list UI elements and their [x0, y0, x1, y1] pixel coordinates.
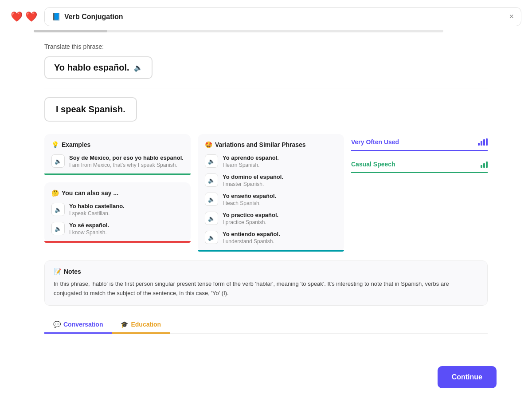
also-say-item-2: 🔈 Yo sé español. I know Spanish.: [51, 222, 184, 236]
variations-label: Variations and Similar Phrases: [215, 141, 306, 148]
also-say-icon: 🤔: [51, 189, 59, 197]
variation-speaker-5[interactable]: 🔈: [205, 231, 218, 244]
answer-text: I speak Spanish.: [56, 104, 125, 114]
book-icon: 📘: [52, 12, 61, 21]
notes-label: Notes: [64, 268, 81, 275]
examples-icon: 💡: [51, 141, 59, 148]
example-spanish-1: Soy de México, por eso yo hablo español.: [69, 154, 184, 161]
education-label: Education: [131, 321, 161, 328]
examples-card: 💡 Examples 🔈 Soy de México, por eso yo h…: [44, 134, 191, 175]
usage-column: Very Often Used Casual Speech: [351, 134, 488, 173]
conversation-label: Conversation: [63, 321, 103, 328]
example-text-1: Soy de México, por eso yo hablo español.…: [69, 154, 184, 168]
bar-3: [486, 162, 488, 168]
hearts-display: ❤️ ❤️: [11, 11, 37, 23]
notes-card: 📝 Notes In this phrase, 'hablo' is the f…: [44, 260, 488, 306]
variation-item-3: 🔈 Yo enseño español. I teach Spanish.: [205, 193, 337, 206]
variation-speaker-4[interactable]: 🔈: [205, 212, 218, 225]
phrase-box: Yo hablo español. 🔈: [44, 56, 153, 79]
casual-speech-label: Casual Speech: [351, 161, 395, 168]
left-column: 💡 Examples 🔈 Soy de México, por eso yo h…: [44, 134, 191, 243]
also-say-speaker-2[interactable]: 🔈: [51, 222, 65, 235]
variation-item-4: 🔈 Yo practico español. I practice Spanis…: [205, 212, 337, 225]
translate-label: Translate this phrase:: [44, 43, 488, 50]
heart-1: ❤️: [11, 11, 23, 23]
also-say-spanish-1: Yo hablo castellano.: [69, 203, 125, 209]
notes-header: 📝 Notes: [54, 268, 478, 275]
close-button[interactable]: ×: [509, 12, 514, 21]
also-say-card: 🤔 You can also say ... 🔈 Yo hablo castel…: [44, 182, 191, 243]
variation-text-1: Yo aprendo español. I learn Spanish.: [223, 154, 279, 168]
tab-education[interactable]: 🎓 Education: [112, 316, 170, 334]
conversation-icon: 💬: [53, 321, 61, 328]
notes-text: In this phrase, 'hablo' is the first per…: [54, 280, 478, 298]
bar-1: [481, 165, 482, 168]
also-say-header: 🤔 You can also say ...: [51, 189, 184, 197]
example-item-1: 🔈 Soy de México, por eso yo hablo españo…: [51, 154, 184, 168]
example-english-1: I am from Mexico, that's why I speak Spa…: [69, 162, 184, 168]
examples-header: 💡 Examples: [51, 141, 184, 148]
also-say-text-1: Yo hablo castellano. I speak Castilian.: [69, 203, 125, 217]
header: ❤️ ❤️ 📘 Verb Conjugation ×: [0, 0, 532, 26]
variation-item-1: 🔈 Yo aprendo español. I learn Spanish.: [205, 154, 337, 168]
variation-text-5: Yo entiendo español. I understand Spanis…: [223, 231, 280, 244]
continue-button[interactable]: Continue: [438, 366, 497, 388]
examples-label: Examples: [62, 141, 90, 148]
also-say-speaker-1[interactable]: 🔈: [51, 203, 65, 216]
variation-speaker-1[interactable]: 🔈: [205, 154, 218, 168]
cards-row: 💡 Examples 🔈 Soy de México, por eso yo h…: [44, 134, 488, 252]
example-speaker-1[interactable]: 🔈: [51, 154, 65, 168]
phrase-text: Yo hablo español.: [54, 63, 129, 73]
modal-title: 📘 Verb Conjugation: [52, 12, 123, 21]
also-say-item-1: 🔈 Yo hablo castellano. I speak Castilian…: [51, 203, 184, 217]
variation-speaker-3[interactable]: 🔈: [205, 193, 218, 206]
casual-bars: [481, 161, 488, 168]
tab-conversation[interactable]: 💬 Conversation: [44, 316, 112, 334]
examples-bar: [44, 173, 191, 175]
divider: [44, 88, 488, 88]
casual-speech-badge: Casual Speech: [351, 156, 488, 173]
also-say-label: You can also say ...: [62, 189, 118, 197]
also-say-bar: [44, 241, 191, 243]
variation-item-5: 🔈 Yo entiendo español. I understand Span…: [205, 231, 337, 244]
phrase-speaker-button[interactable]: 🔈: [134, 63, 143, 72]
variation-text-4: Yo practico español. I practice Spanish.: [223, 212, 278, 225]
bar-2: [483, 163, 485, 168]
very-often-used-label: Very Often Used: [351, 138, 399, 146]
variations-bar: [198, 250, 344, 252]
variation-item-2: 🔈 Yo domino el español. I master Spanish…: [205, 173, 337, 187]
modal-title-bar: 📘 Verb Conjugation ×: [44, 7, 521, 26]
variation-speaker-2[interactable]: 🔈: [205, 173, 218, 187]
variations-header: 🤩 Variations and Similar Phrases: [205, 141, 337, 148]
also-say-english-1: I speak Castilian.: [69, 210, 125, 217]
bottom-tabs: 💬 Conversation 🎓 Education: [44, 316, 488, 334]
answer-box: I speak Spanish.: [44, 97, 137, 122]
variation-text-3: Yo enseño español. I teach Spanish.: [223, 193, 276, 206]
bar-2: [481, 141, 482, 146]
variations-icon: 🤩: [205, 141, 212, 148]
main-content: Translate this phrase: Yo hablo español.…: [0, 32, 532, 387]
title-text: Verb Conjugation: [64, 13, 123, 21]
also-say-spanish-2: Yo sé español.: [69, 222, 109, 229]
notes-icon: 📝: [54, 268, 61, 275]
education-icon: 🎓: [121, 321, 128, 328]
bar-3: [483, 139, 485, 146]
variations-card: 🤩 Variations and Similar Phrases 🔈 Yo ap…: [198, 134, 344, 252]
very-often-bars: [478, 138, 488, 146]
bar-4: [486, 138, 488, 146]
variation-text-2: Yo domino el español. I master Spanish.: [223, 173, 283, 187]
also-say-text-2: Yo sé español. I know Spanish.: [69, 222, 109, 236]
bar-1: [478, 143, 480, 146]
very-often-used-badge: Very Often Used: [351, 134, 488, 151]
heart-2: ❤️: [25, 11, 37, 23]
also-say-english-2: I know Spanish.: [69, 229, 109, 236]
